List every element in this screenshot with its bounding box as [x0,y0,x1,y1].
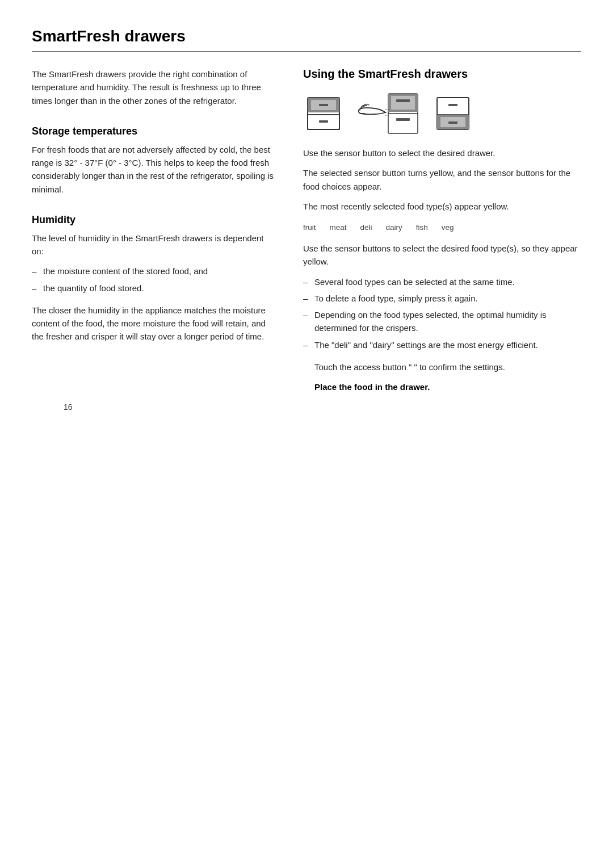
food-label-dairy: dairy [386,223,402,232]
humidity-bullets: the moisture content of the stored food,… [32,265,276,295]
humidity-bullet-2: the quantity of food stored. [32,282,276,295]
using-step5: Touch the access button " " to confirm t… [314,360,581,374]
humidity-intro: The level of humidity in the SmartFresh … [32,232,276,258]
page-title: SmartFresh drawers [32,27,581,45]
drawer-icon-2 [354,91,422,136]
food-label-fish: fish [416,223,428,232]
page-number: 16 [64,402,73,412]
storage-temperatures-text: For fresh foods that are not adversely a… [32,143,276,196]
svg-rect-10 [396,99,410,102]
main-content: The SmartFresh drawers provide the right… [32,68,581,400]
food-label-meat: meat [330,223,347,232]
using-bullet-3: Depending on the food types selected, th… [303,308,581,335]
left-column: The SmartFresh drawers provide the right… [32,68,276,400]
humidity-bullet-1: the moisture content of the stored food,… [32,265,276,278]
using-bullet-4: The "deli" and "dairy" settings are the … [303,338,581,351]
food-label-deli: deli [360,223,372,232]
svg-rect-6 [319,120,328,123]
svg-rect-22 [448,121,457,124]
svg-rect-5 [319,104,328,106]
food-labels-row: fruit meat deli dairy fish veg [303,223,581,232]
using-step4: Use the sensor buttons to select the des… [303,242,581,269]
using-step2: The selected sensor button turns yellow,… [303,166,581,193]
using-step1: Use the sensor button to select the desi… [303,146,581,160]
title-divider [32,51,581,52]
drawer-icon-1 [303,93,344,134]
svg-rect-9 [391,96,415,110]
storage-temperatures-title: Storage temperatures [32,125,276,137]
intro-text: The SmartFresh drawers provide the right… [32,68,276,107]
using-step3: The most recently selected food type(s) … [303,200,581,213]
humidity-closing: The closer the humidity in the appliance… [32,304,276,343]
food-label-veg: veg [442,223,454,232]
using-bullets: Several food types can be selected at th… [303,275,581,351]
drawer-icon-3 [433,93,473,134]
humidity-title: Humidity [32,214,276,226]
svg-rect-21 [448,104,457,106]
using-bullet-2: To delete a food type, simply press it a… [303,292,581,305]
using-final: Place the food in the drawer. [314,380,581,393]
food-label-fruit: fruit [303,223,316,232]
using-smartfresh-title: Using the SmartFresh drawers [303,68,581,81]
svg-rect-12 [396,118,410,121]
right-column: Using the SmartFresh drawers [303,68,581,400]
drawer-icons [303,91,581,136]
using-bullet-1: Several food types can be selected at th… [303,275,581,288]
